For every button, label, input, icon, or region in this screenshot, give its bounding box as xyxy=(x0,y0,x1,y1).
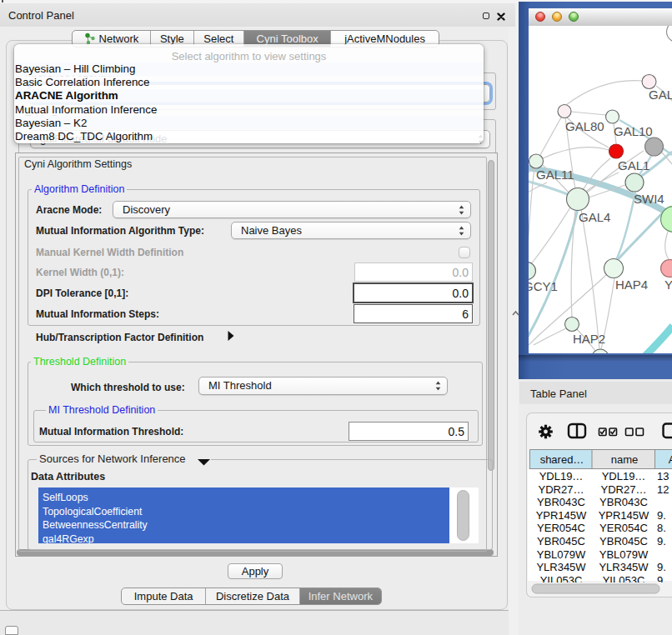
svg-text:YLR345W: YLR345W xyxy=(536,561,586,573)
svg-text:YER054C: YER054C xyxy=(537,522,585,534)
svg-text:GAL4: GAL4 xyxy=(579,210,610,224)
svg-text:GAL10: GAL10 xyxy=(614,124,653,138)
svg-text:9.: 9. xyxy=(657,509,666,522)
svg-text:Y: Y xyxy=(664,278,672,292)
svg-text:9.: 9. xyxy=(657,561,666,573)
svg-text:GAL7: GAL7 xyxy=(649,88,672,102)
svg-text:shared…: shared… xyxy=(540,453,584,466)
svg-text:SWI4: SWI4 xyxy=(634,192,664,206)
svg-text:12: 12 xyxy=(657,483,669,496)
svg-text:YLR345W: YLR345W xyxy=(599,561,649,573)
svg-text:8.: 8. xyxy=(657,522,666,534)
svg-text:13: 13 xyxy=(657,470,669,482)
svg-text:name: name xyxy=(611,453,639,466)
svg-text:YBL079W: YBL079W xyxy=(599,548,649,561)
svg-text:GAL80: GAL80 xyxy=(565,119,604,133)
svg-text:YDR27…: YDR27… xyxy=(539,483,584,496)
svg-text:YER054C: YER054C xyxy=(599,522,648,534)
svg-text:HAP2: HAP2 xyxy=(573,332,605,346)
svg-text:YBR043C: YBR043C xyxy=(599,496,648,508)
svg-text:GAL11: GAL11 xyxy=(536,168,574,182)
svg-text:YDR27…: YDR27… xyxy=(601,483,647,496)
svg-text:YDL19…: YDL19… xyxy=(602,470,646,482)
svg-text:YBR045C: YBR045C xyxy=(599,535,648,548)
svg-text:YPR145W: YPR145W xyxy=(599,509,649,522)
svg-text:YDL19…: YDL19… xyxy=(539,470,584,482)
svg-text:9.: 9. xyxy=(657,535,666,548)
svg-text:A: A xyxy=(669,453,672,466)
svg-text:YPR145W: YPR145W xyxy=(536,509,587,522)
svg-text:YBL079W: YBL079W xyxy=(537,548,586,561)
svg-text:GCY1: GCY1 xyxy=(529,279,558,293)
svg-text:YBR043C: YBR043C xyxy=(537,496,585,508)
svg-text:GAL1: GAL1 xyxy=(618,158,649,172)
svg-text:YBR045C: YBR045C xyxy=(537,535,585,548)
svg-text:HAP4: HAP4 xyxy=(615,278,648,292)
